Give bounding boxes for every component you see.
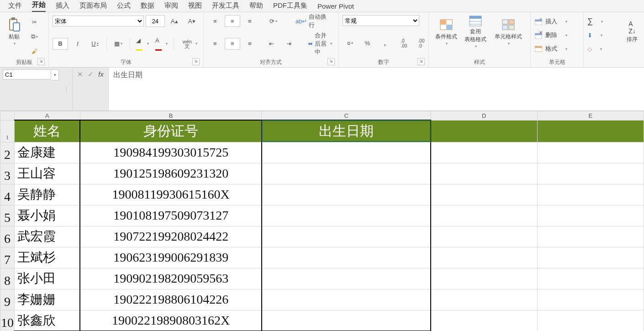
- number-format-select[interactable]: 常规: [343, 15, 419, 26]
- cut-button[interactable]: ✂: [26, 16, 42, 28]
- menu-powerpivot[interactable]: Power Pivot: [317, 2, 354, 12]
- italic-button[interactable]: I: [70, 38, 85, 50]
- cell[interactable]: 190722199208024422: [80, 226, 262, 247]
- fx-button[interactable]: fx: [98, 70, 104, 78]
- cell[interactable]: [537, 205, 644, 226]
- cell[interactable]: 190984199303015725: [80, 142, 262, 163]
- menu-pdftools[interactable]: PDF工具集: [273, 1, 307, 12]
- row-header[interactable]: 8: [0, 268, 15, 289]
- row-header[interactable]: 3: [0, 163, 15, 184]
- row-header[interactable]: 2: [0, 142, 15, 163]
- row-header[interactable]: 7: [0, 247, 15, 268]
- cell[interactable]: [262, 184, 431, 205]
- orientation-button[interactable]: ⟳▾: [266, 15, 281, 27]
- conditional-fmt-button[interactable]: 条件格式▾: [433, 15, 460, 48]
- dialog-launcher-icon[interactable]: ⇲: [417, 58, 425, 65]
- row-header[interactable]: 10: [0, 310, 15, 331]
- bold-button[interactable]: B: [53, 38, 68, 50]
- dialog-launcher-icon[interactable]: ⇲: [327, 58, 335, 65]
- decrease-indent-button[interactable]: ⇤: [264, 38, 280, 50]
- cell[interactable]: [537, 289, 644, 310]
- cell[interactable]: [537, 163, 644, 184]
- row-header[interactable]: 5: [0, 205, 15, 226]
- grow-font-button[interactable]: A▴: [167, 15, 182, 27]
- shrink-font-button[interactable]: A▾: [184, 15, 200, 27]
- align-left-button[interactable]: ≡: [207, 38, 223, 50]
- fill-button[interactable]: ⬇ ▾: [587, 30, 620, 41]
- cell[interactable]: [537, 310, 644, 331]
- align-middle-button[interactable]: ≡: [225, 15, 240, 27]
- menu-file[interactable]: 文件: [8, 1, 22, 12]
- cell[interactable]: [431, 142, 537, 163]
- worksheet[interactable]: A B C D E 1 姓名 身份证号 出生日期 2 金康建 190984199…: [0, 111, 644, 331]
- cell[interactable]: [431, 310, 537, 331]
- autosum-button[interactable]: ∑ ▾: [587, 16, 620, 27]
- enter-formula-button[interactable]: ✓: [88, 70, 94, 79]
- cancel-formula-button[interactable]: ✕: [77, 70, 83, 79]
- cell[interactable]: 190623199006291839: [80, 247, 262, 268]
- cell[interactable]: [431, 268, 537, 289]
- format-painter-button[interactable]: 🖌: [26, 45, 42, 57]
- dialog-launcher-icon[interactable]: ⇲: [192, 58, 200, 65]
- cell[interactable]: 王斌杉: [15, 247, 80, 268]
- underline-button[interactable]: U▾: [87, 38, 103, 50]
- cell[interactable]: 武宏霞: [15, 226, 80, 247]
- col-header-b[interactable]: B: [80, 111, 262, 121]
- cell[interactable]: 190902198209059563: [80, 268, 262, 289]
- cell[interactable]: [262, 226, 431, 247]
- col-header-c[interactable]: C: [262, 111, 431, 121]
- row-header[interactable]: 9: [0, 289, 15, 310]
- insert-cells-button[interactable]: +插入 ▾: [534, 16, 580, 27]
- sort-filter-button[interactable]: AZ↓ 排序: [624, 15, 640, 48]
- increase-indent-button[interactable]: ⇥: [281, 38, 297, 50]
- cell[interactable]: [431, 226, 537, 247]
- clear-button[interactable]: ◇ ▾: [587, 43, 620, 54]
- cell[interactable]: 姓名: [15, 120, 80, 142]
- align-top-button[interactable]: ≡: [207, 15, 223, 27]
- cell[interactable]: [537, 226, 644, 247]
- cell[interactable]: [431, 184, 537, 205]
- formula-input[interactable]: 出生日期: [109, 68, 644, 110]
- row-header[interactable]: 1: [0, 120, 15, 142]
- percent-button[interactable]: %: [360, 37, 375, 49]
- font-color-button[interactable]: A▾: [153, 38, 170, 50]
- cell[interactable]: [431, 289, 537, 310]
- comma-style-button[interactable]: ,: [377, 37, 393, 49]
- col-header-d[interactable]: D: [431, 111, 537, 121]
- format-cells-button[interactable]: 格式 ▾: [534, 43, 580, 54]
- row-header[interactable]: 6: [0, 226, 15, 247]
- dialog-launcher-icon[interactable]: ⇲: [37, 58, 45, 65]
- menu-data[interactable]: 数据: [141, 1, 154, 12]
- cell[interactable]: [537, 268, 644, 289]
- col-header-e[interactable]: E: [537, 111, 644, 121]
- name-box-dropdown[interactable]: ▾: [51, 69, 59, 80]
- fill-color-button[interactable]: ◢▾: [134, 38, 151, 50]
- cell[interactable]: 19008119930615160X: [80, 184, 262, 205]
- col-header-a[interactable]: A: [15, 111, 80, 121]
- merge-center-button[interactable]: ⬌ 合并后居中 ▾: [306, 38, 335, 50]
- cell[interactable]: 190108197509073127: [80, 205, 262, 226]
- align-right-button[interactable]: ≡: [242, 38, 258, 50]
- select-all-corner[interactable]: [0, 111, 15, 121]
- cell[interactable]: [431, 205, 537, 226]
- menu-dev[interactable]: 开发工具: [212, 1, 239, 12]
- cell[interactable]: 190222198806104226: [80, 289, 262, 310]
- cell[interactable]: [262, 247, 431, 268]
- cell[interactable]: [262, 310, 431, 331]
- phonetic-button[interactable]: wén 文▾: [178, 38, 200, 50]
- cell[interactable]: [431, 247, 537, 268]
- cell[interactable]: 李姗姗: [15, 289, 80, 310]
- decrease-decimal-button[interactable]: .00.0: [414, 37, 429, 49]
- cell[interactable]: 聂小娟: [15, 205, 80, 226]
- copy-button[interactable]: ⧉▾: [26, 31, 42, 42]
- accounting-format-button[interactable]: ¤▾: [343, 37, 358, 49]
- increase-decimal-button[interactable]: .0.00: [396, 37, 412, 49]
- cell[interactable]: [537, 247, 644, 268]
- cell[interactable]: 王山容: [15, 163, 80, 184]
- cell[interactable]: [262, 142, 431, 163]
- menu-view[interactable]: 视图: [188, 1, 202, 12]
- cell[interactable]: [537, 142, 644, 163]
- cell-active[interactable]: 出生日期: [262, 120, 431, 142]
- table-format-button[interactable]: 套用 表格格式▾: [462, 15, 489, 48]
- cell[interactable]: 金康建: [15, 142, 80, 163]
